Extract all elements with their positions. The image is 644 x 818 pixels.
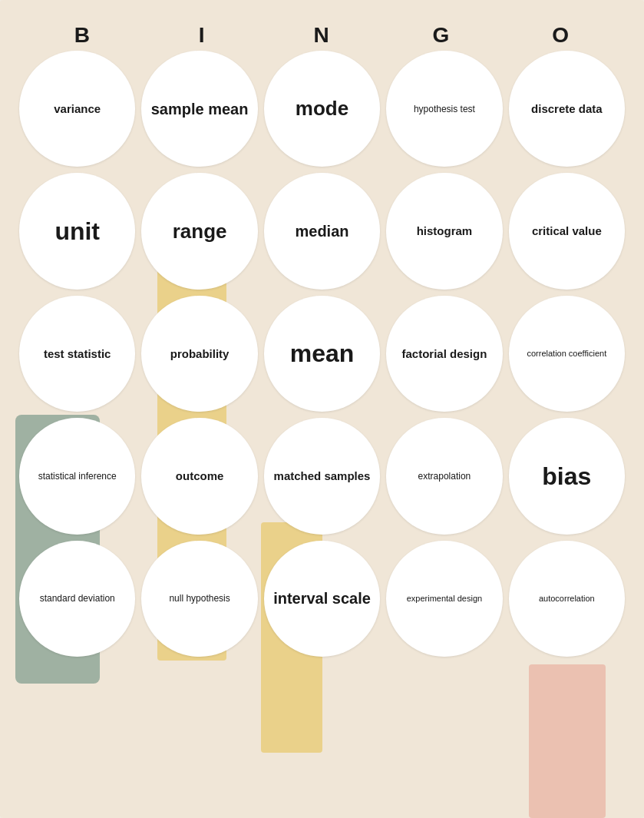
- bingo-cell[interactable]: median: [264, 173, 380, 289]
- cell-text: bias: [542, 462, 591, 491]
- cell-text: unit: [54, 217, 100, 246]
- bingo-cell[interactable]: factorial design: [386, 296, 502, 412]
- cell-text: extrapolation: [418, 471, 471, 482]
- bingo-cell[interactable]: mode: [264, 51, 380, 167]
- cell-text: experimental design: [407, 594, 482, 604]
- bingo-cell[interactable]: bias: [509, 418, 625, 534]
- column-header-o: O: [501, 23, 621, 48]
- bingo-cell[interactable]: autocorrelation: [509, 541, 625, 657]
- bingo-cell[interactable]: experimental design: [386, 541, 502, 657]
- cell-text: mean: [290, 339, 355, 368]
- cell-text: variance: [54, 102, 101, 116]
- bingo-cell[interactable]: range: [141, 173, 257, 289]
- cell-text: histogram: [417, 224, 473, 238]
- bingo-cell[interactable]: standard deviation: [19, 541, 135, 657]
- cell-text: standard deviation: [40, 593, 115, 604]
- bingo-grid: variancesample meanmodehypothesis testdi…: [15, 51, 629, 657]
- cell-text: test statistic: [44, 347, 111, 361]
- bingo-cell[interactable]: outcome: [141, 418, 257, 534]
- cell-text: statistical inference: [38, 471, 117, 482]
- cell-text: autocorrelation: [539, 594, 595, 604]
- cell-text: median: [296, 222, 349, 240]
- cell-text: discrete data: [531, 102, 603, 116]
- cell-text: null hypothesis: [169, 593, 230, 604]
- cell-text: critical value: [532, 224, 602, 238]
- bingo-cell[interactable]: correlation coefficient: [509, 296, 625, 412]
- column-header-n: N: [263, 23, 382, 48]
- bingo-board: BINGO variancesample meanmodehypothesis …: [15, 23, 629, 657]
- bingo-cell[interactable]: hypothesis test: [386, 51, 502, 167]
- cell-text: outcome: [176, 469, 224, 483]
- cell-text: mode: [296, 97, 348, 121]
- column-headers: BINGO: [15, 23, 629, 48]
- bingo-cell[interactable]: statistical inference: [19, 418, 135, 534]
- cell-text: correlation coefficient: [527, 349, 606, 359]
- bingo-cell[interactable]: extrapolation: [386, 418, 502, 534]
- column-header-g: G: [381, 23, 501, 48]
- bingo-cell[interactable]: histogram: [386, 173, 502, 289]
- bingo-cell[interactable]: matched samples: [264, 418, 380, 534]
- bingo-cell[interactable]: probability: [141, 296, 257, 412]
- bingo-cell[interactable]: unit: [19, 173, 135, 289]
- cell-text: interval scale: [273, 589, 371, 608]
- column-header-b: B: [23, 23, 143, 48]
- column-header-i: I: [143, 23, 263, 48]
- bingo-cell[interactable]: test statistic: [19, 296, 135, 412]
- bingo-cell[interactable]: interval scale: [264, 541, 380, 657]
- bingo-cell[interactable]: mean: [264, 296, 380, 412]
- cell-text: hypothesis test: [414, 104, 475, 114]
- cell-text: probability: [170, 347, 230, 361]
- cell-text: range: [173, 220, 227, 243]
- cell-text: matched samples: [274, 469, 371, 483]
- bingo-cell[interactable]: sample mean: [141, 51, 257, 167]
- cell-text: factorial design: [401, 347, 487, 361]
- bingo-cell[interactable]: null hypothesis: [141, 541, 257, 657]
- bingo-cell[interactable]: discrete data: [509, 51, 625, 167]
- bingo-cell[interactable]: critical value: [509, 173, 625, 289]
- bingo-cell[interactable]: variance: [19, 51, 135, 167]
- cell-text: sample mean: [151, 100, 249, 118]
